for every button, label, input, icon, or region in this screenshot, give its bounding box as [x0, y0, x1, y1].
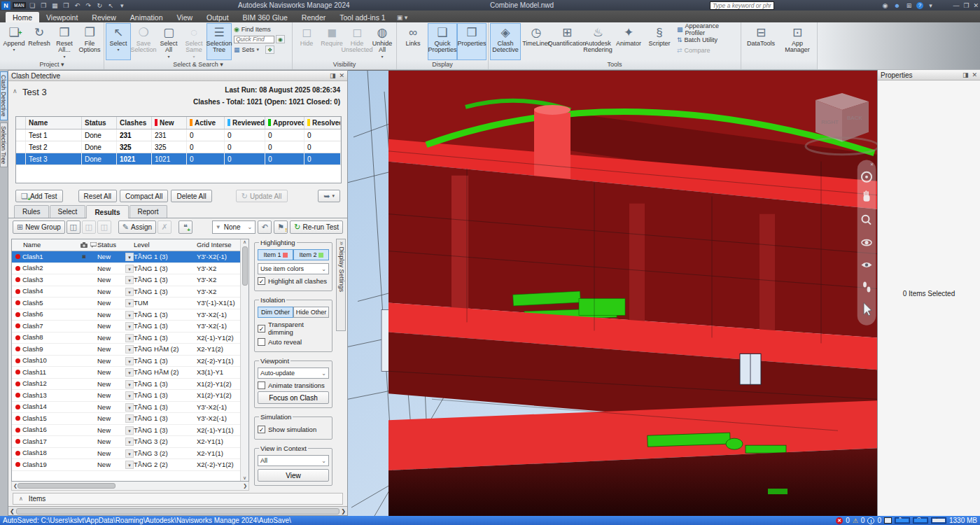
properties-button[interactable]: ❒ Properties: [457, 23, 486, 60]
tab-overflow-menu[interactable]: ▣ ▾: [397, 14, 408, 22]
results-horizontal-scrollbar[interactable]: ❮❯: [11, 482, 249, 491]
group-label-display[interactable]: Display: [397, 60, 488, 69]
reset-all-button[interactable]: Reset All: [78, 190, 117, 202]
item1-button[interactable]: Item 1: [258, 249, 293, 260]
undo-button[interactable]: ↶: [73, 2, 82, 9]
tab-viewpoint[interactable]: Viewpoint: [39, 12, 85, 22]
clash-filter-dropdown[interactable]: ▼ None ⌄: [212, 220, 256, 234]
tab-review[interactable]: Review: [85, 12, 122, 22]
new-group-button[interactable]: ⊞ New Group: [13, 220, 65, 234]
clash-row[interactable]: Clash13 New ▾ TẦNG 1 (3) X1(2)-Y1(2): [12, 390, 240, 402]
tab-rules[interactable]: Rules: [14, 205, 49, 218]
sets-arrow[interactable]: ▾: [257, 47, 260, 52]
scrollbar-thumb[interactable]: [242, 246, 248, 286]
keyword-search-input[interactable]: [710, 1, 774, 10]
group-label-visibility[interactable]: Visibility: [293, 60, 396, 69]
clash-row[interactable]: Clash3 New ▾ TẦNG 1 (3) Y3'-X2: [12, 274, 240, 286]
quantification-button[interactable]: ⊞ Quantification: [552, 23, 582, 60]
close-icon[interactable]: ✕: [339, 72, 344, 79]
view-button[interactable]: View: [258, 469, 329, 482]
group-label-project[interactable]: Project ▾: [0, 60, 104, 69]
reset-all-button[interactable]: ❒ Reset All... ▾: [52, 23, 77, 60]
clash-row[interactable]: Clash5 New ▾ TUM Y3'(-1)-X1(1): [12, 298, 240, 309]
quick-properties-button[interactable]: ❑ Quick Properties: [428, 23, 457, 60]
status-dropdown-arrow[interactable]: ▾: [125, 391, 134, 400]
status-dropdown-arrow[interactable]: ▾: [125, 345, 134, 354]
status-dropdown-arrow[interactable]: ▾: [125, 288, 134, 296]
highlight-warning-button[interactable]: ⚑!: [274, 220, 288, 234]
info-count-icon[interactable]: i: [867, 517, 874, 524]
clash-row[interactable]: Clash16 New ▾ TẦNG 1 (3) X2(-1)-Y1(1): [12, 425, 240, 437]
group-label-tools[interactable]: Tools: [489, 60, 741, 69]
tab-bim-360-glue[interactable]: BIM 360 Glue: [236, 12, 295, 22]
sets-dropdown[interactable]: Sets: [242, 46, 255, 53]
navigation-bar[interactable]: ✕: [858, 160, 876, 326]
clash-row[interactable]: Clash12 New ▾ TẦNG 1 (3) X1(2)-Y1(2): [12, 379, 240, 391]
restore-button[interactable]: ❐: [963, 2, 969, 9]
qat-menu-button[interactable]: ▾: [118, 2, 127, 9]
warning-count-icon[interactable]: ⚠: [853, 517, 858, 524]
unhide-all-button[interactable]: ◍ Unhide All ▾: [370, 23, 395, 60]
sidetab-selection-tree[interactable]: Selection Tree: [0, 122, 8, 167]
animator-button[interactable]: ✦ Animator: [613, 23, 644, 60]
status-dropdown-arrow[interactable]: ▾: [125, 334, 134, 342]
find-items-button[interactable]: ◉ Find Items: [234, 24, 288, 34]
clash-row[interactable]: Clash14 New ▾ TẦNG 1 (3) Y3'-X2(-1): [12, 402, 240, 414]
clash-row[interactable]: Clash15 New ▾ TẦNG 1 (3) Y3'-X2(-1): [12, 413, 240, 425]
status-dropdown-arrow[interactable]: ▾: [125, 403, 134, 412]
clash-detective-button[interactable]: ◈ Clash Detective: [490, 23, 521, 60]
tab-animation[interactable]: Animation: [123, 12, 170, 22]
tab-view[interactable]: View: [170, 12, 200, 22]
links-button[interactable]: ∞ Links: [398, 23, 428, 60]
remove-from-group-button[interactable]: ◫: [97, 220, 111, 234]
selection-tree-button[interactable]: ☰ Selection Tree: [206, 23, 232, 60]
items-section-bar[interactable]: ∧ Items: [13, 493, 343, 505]
status-dropdown-arrow[interactable]: ▾: [125, 426, 134, 435]
app-store-cart-icon[interactable]: ⊞: [904, 2, 913, 9]
use-item-colors-dropdown[interactable]: Use item colors⌄: [258, 263, 329, 274]
clash-row[interactable]: Clash9 New ▾ TẦNG HẦM (2) X2-Y1(2): [12, 344, 240, 356]
transparent-dimming-checkbox[interactable]: ✓: [258, 325, 265, 332]
status-dropdown-arrow[interactable]: ▾: [125, 380, 134, 388]
open-button[interactable]: ❐: [39, 2, 48, 9]
print-button[interactable]: ❒: [62, 2, 71, 9]
status-dropdown-arrow[interactable]: ▾: [125, 299, 134, 307]
unassign-button[interactable]: ✗: [158, 220, 172, 234]
new-document-button[interactable]: ❏: [28, 2, 37, 9]
clash-row[interactable]: Clash18 New ▾ TẦNG 3 (2) X2-Y1(1): [12, 448, 240, 460]
quick-find-icon[interactable]: ◉: [276, 35, 285, 43]
group-label-select-search[interactable]: Select & Search ▾: [104, 60, 292, 69]
results-vertical-scrollbar[interactable]: ∧∨: [240, 239, 248, 481]
scripter-button[interactable]: § Scripter: [644, 23, 675, 60]
clash-row[interactable]: Clash10 New ▾ TẦNG 1 (3) X2(-2)-Y1(1): [12, 356, 240, 368]
status-dropdown-arrow[interactable]: ▾: [125, 461, 134, 469]
status-dropdown-arrow[interactable]: ▾: [125, 322, 134, 330]
redo-button[interactable]: ↷: [84, 2, 93, 9]
minimize-button[interactable]: —: [953, 2, 959, 9]
timeliner-button[interactable]: ◷ TimeLiner: [521, 23, 552, 60]
panel-horizontal-scrollbar[interactable]: ❮❯: [8, 506, 347, 515]
add-comment-button[interactable]: ❝+: [178, 220, 192, 234]
select-tool-button[interactable]: ↖: [106, 2, 115, 9]
status-dropdown-arrow[interactable]: ▾: [125, 357, 134, 365]
dim-other-button[interactable]: Dim Other: [258, 307, 293, 318]
tab-home[interactable]: Home: [6, 12, 39, 22]
hide-button[interactable]: ◻ Hide: [294, 23, 319, 60]
display-settings-collapse-strip[interactable]: » Display Settings: [336, 239, 346, 331]
undo-filter-button[interactable]: ↶: [258, 220, 272, 234]
export-report-button[interactable]: ➥ ▾: [318, 190, 340, 202]
pin-icon[interactable]: ◨: [330, 72, 336, 79]
test-row[interactable]: Test 2 Done 325 325 0 0 0 0: [16, 141, 341, 153]
clash-row[interactable]: Clash11 New ▾ TẦNG HẦM (2) X3(1)-Y1: [12, 367, 240, 379]
sheet-browser-icon[interactable]: [884, 517, 892, 524]
update-all-button[interactable]: ↻ Update All: [236, 190, 288, 202]
show-simulation-checkbox[interactable]: ✓: [258, 426, 265, 433]
compact-all-button[interactable]: Compact All: [120, 190, 168, 202]
status-dropdown-arrow[interactable]: ▾: [125, 368, 134, 377]
clash-row[interactable]: Clash7 New ▾ TẦNG 1 (3) Y3'-X2(-1): [12, 321, 240, 332]
compare-button[interactable]: ⇄ Compare: [677, 46, 737, 55]
assign-button[interactable]: ✎ Assign: [118, 220, 156, 234]
auto-reveal-checkbox[interactable]: [258, 338, 265, 346]
scrollbar-thumb[interactable]: [18, 483, 115, 489]
scrollbar-thumb[interactable]: [16, 508, 340, 514]
